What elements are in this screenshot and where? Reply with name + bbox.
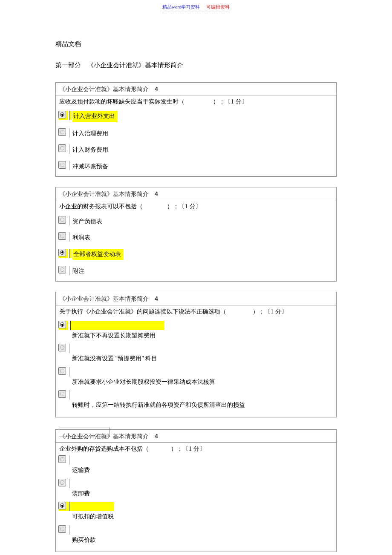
radio-icon — [58, 321, 68, 330]
option-sep — [69, 479, 72, 488]
highlight-bar — [70, 321, 164, 330]
radio-icon — [58, 128, 68, 138]
option-label: 装卸费 — [58, 489, 334, 498]
question-4: 《小企业会计准就》基本情形简介 4 企业外购的存货选购成本不包括（ ）；〔1 分… — [55, 429, 337, 552]
question-1-option-d[interactable]: 冲减坏账预备 — [58, 161, 334, 171]
question-3: 《小企业会计准就》基本情形简介 4 关于执行《小企业会计准就》的问题连接以下说法… — [55, 292, 337, 417]
question-2: 《小企业会计准就》基本情形简介 4 小企业的财务报表可以不包括（ ）；〔1 分〕… — [55, 187, 337, 282]
question-2-options: 资产负债表 利润表 全部者权益变动表 附注 — [56, 215, 336, 282]
radio-icon — [58, 111, 68, 120]
option-sep — [69, 144, 72, 154]
option-sep — [69, 111, 72, 120]
option-sep — [69, 344, 72, 353]
option-sep — [69, 128, 72, 138]
radio-icon — [58, 232, 68, 242]
option-label: 资产负债表 — [72, 216, 102, 226]
option-label: 购买价款 — [58, 535, 334, 545]
banner-right: 可编辑资料 — [206, 4, 230, 9]
page-content: 精品文档 第一部分 《小企业会计准就》基本情形简介 《小企业会计准就》基本情形简… — [0, 14, 392, 555]
option-label: 计入财务费用 — [72, 144, 108, 155]
question-2-text: 小企业的财务报表可以不包括（ ）；〔1 分〕 — [56, 200, 336, 215]
question-3-option-b[interactable]: 新准就没有设置 "预提费用" 科目 — [58, 344, 334, 363]
option-label: 计入营业外支出 — [72, 111, 118, 122]
category-badge: 4 — [155, 86, 158, 92]
radio-icon — [58, 144, 68, 154]
question-3-options: 新准就下不再设置长期望摊费用 新准就没有设置 "预提费用" 科目 新准就要求小企… — [56, 320, 336, 417]
category-badge: 4 — [155, 190, 158, 197]
option-label: 新准就要求小企业对长期股权投资一律采纳成本法核算 — [58, 377, 334, 387]
question-text-suffix: ）；〔1 分〕 — [213, 98, 248, 105]
category-badge: 4 — [155, 295, 158, 302]
question-3-category: 《小企业会计准就》基本情形简介 4 — [56, 292, 336, 305]
radio-icon — [58, 161, 68, 170]
top-banner: 精品word学习资料 可编辑资料 — [0, 0, 392, 13]
question-2-option-b[interactable]: 利润表 — [58, 232, 334, 242]
question-text-suffix: ）；〔1 分〕 — [171, 446, 205, 452]
option-label: 运输费 — [58, 466, 334, 475]
question-4-option-a[interactable]: 运输费 — [58, 455, 334, 475]
category-label: 《小企业会计准就》基本情形简介 — [59, 86, 149, 92]
radio-icon — [58, 266, 68, 275]
option-label: 可抵扣的增值税 — [58, 512, 334, 521]
radio-icon — [58, 249, 68, 258]
radio-icon — [58, 455, 68, 465]
option-label: 附注 — [72, 266, 84, 276]
category-label: 《小企业会计准就》基本情形简介 — [59, 191, 149, 197]
question-text-suffix: ）；〔1 分〕 — [253, 308, 287, 315]
question-3-option-c[interactable]: 新准就要求小企业对长期股权投资一律采纳成本法核算 — [58, 367, 334, 387]
option-sep — [69, 502, 113, 511]
question-3-text: 关于执行《小企业会计准就》的问题连接以下说法不正确选项（ ）；〔1 分〕 — [56, 305, 336, 320]
option-sep — [69, 525, 72, 535]
radio-icon — [58, 344, 68, 353]
question-1: 《小企业会计准就》基本情形简介 4 应收及预付款项的坏账缺失应当于实际发生时（ … — [55, 82, 337, 177]
radio-icon — [58, 525, 68, 535]
question-2-option-d[interactable]: 附注 — [58, 266, 334, 276]
question-text-prefix: 关于执行《小企业会计准就》的问题连接以下说法不正确选项（ — [59, 308, 226, 315]
radio-icon — [58, 502, 68, 511]
question-4-option-b[interactable]: 装卸费 — [58, 479, 334, 498]
option-label: 新准就没有设置 "预提费用" 科目 — [58, 354, 334, 363]
banner-separator — [162, 13, 230, 13]
question-4-option-c[interactable]: 可抵扣的增值税 — [58, 502, 334, 521]
option-sep — [69, 161, 72, 170]
doc-header: 精品文档 — [55, 39, 337, 49]
question-1-option-c[interactable]: 计入财务费用 — [58, 144, 334, 155]
question-2-option-c[interactable]: 全部者权益变动表 — [58, 249, 334, 260]
question-4-text: 企业外购的存货选购成本不包括（ ）；〔1 分〕 — [56, 443, 336, 454]
question-1-category: 《小企业会计准就》基本情形简介 4 — [56, 83, 336, 95]
question-2-option-a[interactable]: 资产负债表 — [58, 216, 334, 226]
question-text-prefix: 应收及预付款项的坏账缺失应当于实际发生时（ — [59, 98, 184, 105]
question-text-suffix: ）；〔1 分〕 — [167, 203, 202, 210]
section-title-prefix: 第一部分 — [55, 62, 81, 69]
option-label: 利润表 — [72, 232, 90, 242]
question-1-option-b[interactable]: 计入治理费用 — [58, 128, 334, 138]
section-title-main: 《小企业会计准就》基本情形简介 — [87, 62, 183, 69]
radio-icon — [58, 367, 68, 377]
question-3-option-d[interactable]: 转账时，应第一结转执行新准就前各项资产和负债所清查出的损益 — [58, 390, 334, 410]
option-sep — [69, 367, 72, 377]
question-1-options: 计入营业外支出 计入治理费用 计入财务费用 冲减坏账预备 — [56, 110, 336, 176]
section-title: 第一部分 《小企业会计准就》基本情形简介 — [55, 60, 337, 70]
question-4-options: 运输费 装卸费 可抵扣的增值税 — [56, 454, 336, 552]
category-badge: 4 — [155, 433, 158, 440]
option-sep — [69, 390, 72, 400]
option-label: 计入治理费用 — [72, 128, 108, 138]
option-label: 转账时，应第一结转执行新准就前各项资产和负债所清查出的损益 — [58, 400, 334, 410]
option-label: 新准就下不再设置长期望摊费用 — [58, 331, 334, 340]
category-label: 《小企业会计准就》基本情形简介 — [59, 433, 149, 440]
option-sep — [69, 266, 72, 275]
question-1-option-a[interactable]: 计入营业外支出 — [58, 111, 334, 122]
radio-icon — [58, 216, 68, 225]
radio-icon — [58, 390, 68, 400]
option-sep — [69, 455, 72, 465]
question-4-category: 《小企业会计准就》基本情形简介 4 — [56, 429, 336, 443]
question-text-prefix: 小企业的财务报表可以不包括（ — [59, 203, 143, 210]
option-label: 冲减坏账预备 — [72, 161, 108, 171]
option-sep — [69, 232, 72, 242]
question-1-text: 应收及预付款项的坏账缺失应当于实际发生时（ ）；〔1 分〕 — [56, 95, 336, 110]
question-3-option-a[interactable]: 新准就下不再设置长期望摊费用 — [58, 321, 334, 340]
option-sep — [69, 249, 72, 258]
category-label: 《小企业会计准就》基本情形简介 — [59, 296, 149, 302]
question-4-option-d[interactable]: 购买价款 — [58, 525, 334, 545]
option-label: 全部者权益变动表 — [72, 249, 124, 260]
